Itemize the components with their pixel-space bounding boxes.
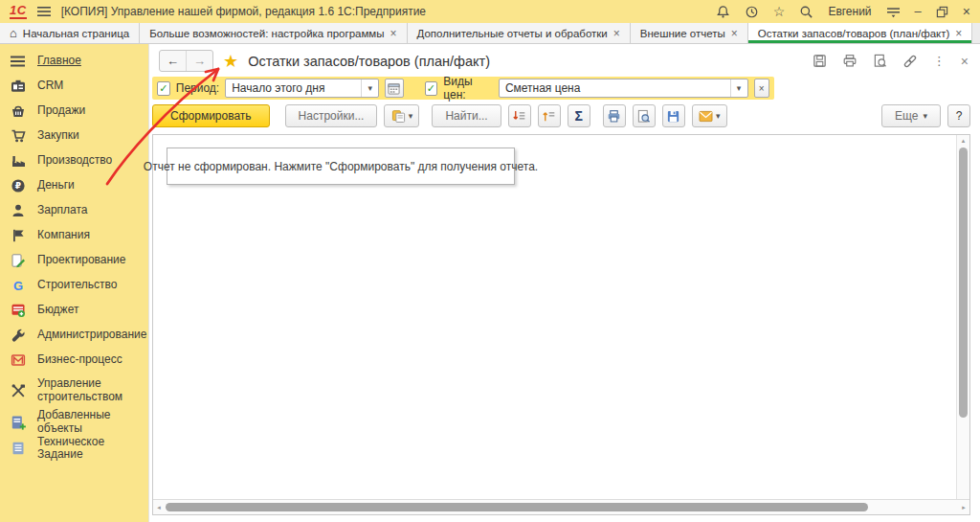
horizontal-scrollbar-thumb[interactable] xyxy=(166,503,868,511)
ruble-coin-icon: ₽ xyxy=(10,178,26,193)
dropdown-icon: ▾ xyxy=(409,111,413,121)
preview-button[interactable] xyxy=(633,104,656,127)
person-icon xyxy=(10,203,26,218)
price-type-dropdown-icon[interactable]: ▾ xyxy=(730,79,747,97)
favorites-star-icon[interactable]: ☆ xyxy=(773,5,786,18)
history-icon[interactable] xyxy=(745,5,759,19)
report-body: Отчет не сформирован. Нажмите "Сформиров… xyxy=(152,134,970,515)
tab-additional-reports[interactable]: Дополнительные отчеты и обработки × xyxy=(408,23,631,43)
price-type-combobox[interactable]: Сметная цена ▾ xyxy=(499,79,748,98)
dropdown-icon: ▾ xyxy=(923,111,927,121)
sidebar-item-label: Строительство xyxy=(37,279,118,292)
close-tab-icon[interactable]: × xyxy=(613,28,620,39)
sidebar-item-crm[interactable]: CRM xyxy=(0,74,148,99)
m-letter-icon xyxy=(10,352,26,368)
pencil-document-icon xyxy=(10,253,26,268)
forward-button[interactable]: → xyxy=(186,51,212,71)
service-menu-icon[interactable] xyxy=(886,6,901,18)
save-icon[interactable] xyxy=(813,54,827,68)
scroll-right-icon[interactable]: ▸ xyxy=(958,500,969,514)
sidebar-item-budget[interactable]: Бюджет xyxy=(0,298,148,323)
find-button[interactable]: Найти... xyxy=(432,104,501,127)
sidebar-item-label: Техническое Задание xyxy=(37,436,145,463)
sidebar-item-construction-management[interactable]: Управление строительством xyxy=(0,373,148,409)
window-titlebar: 1С [КОПИЯ] Управление нашей фирмой, реда… xyxy=(0,0,980,23)
sidebar-item-business-process[interactable]: Бизнес-процесс xyxy=(0,348,148,373)
restore-window-button[interactable] xyxy=(936,6,948,18)
close-tab-icon[interactable]: × xyxy=(731,28,738,39)
sidebar-item-money[interactable]: ₽ Деньги xyxy=(0,173,148,198)
sidebar-item-main[interactable]: Главное xyxy=(0,49,148,74)
tab-stock-balance-report[interactable]: Остатки запасов/товаров (план/факт) × xyxy=(748,23,973,43)
sidebar-item-company[interactable]: Компания xyxy=(0,223,148,248)
preview-icon[interactable] xyxy=(873,54,887,68)
current-user[interactable]: Евгений xyxy=(828,5,871,18)
more-button-label: Еще xyxy=(895,109,918,123)
report-variants-button[interactable]: ▾ xyxy=(384,104,419,127)
flag-icon xyxy=(10,228,26,243)
sidebar-item-salary[interactable]: Зарплата xyxy=(0,198,148,223)
price-type-clear-button[interactable]: × xyxy=(754,79,769,98)
sidebar-item-purchases[interactable]: Закупки xyxy=(0,124,148,148)
period-calendar-button[interactable] xyxy=(385,79,403,98)
close-tab-icon[interactable]: × xyxy=(390,28,397,39)
envelope-icon xyxy=(699,110,713,123)
vertical-scrollbar-thumb[interactable] xyxy=(959,148,968,418)
home-icon: ⌂ xyxy=(10,27,17,39)
period-label: Период: xyxy=(176,81,219,95)
tab-external-reports[interactable]: Внешние отчеты × xyxy=(631,23,748,43)
sidebar-item-production[interactable]: Производство xyxy=(0,148,148,173)
sidebar-item-sales[interactable]: Продажи xyxy=(0,99,148,124)
generate-report-button[interactable]: Сформировать xyxy=(152,104,270,127)
save-file-button[interactable] xyxy=(662,104,685,127)
minimize-button[interactable]: – xyxy=(915,7,922,16)
scroll-left-icon[interactable]: ◂ xyxy=(153,500,165,514)
print-icon[interactable] xyxy=(842,54,858,68)
period-checkbox[interactable]: ✓ xyxy=(157,81,170,96)
send-email-button[interactable]: ▾ xyxy=(692,104,727,127)
copy-icon xyxy=(391,109,406,124)
scroll-up-icon[interactable]: ▴ xyxy=(957,135,969,146)
price-type-value: Сметная цена xyxy=(500,79,730,97)
sidebar-item-construction[interactable]: G Строительство xyxy=(0,273,148,298)
more-actions-icon[interactable]: ⋮ xyxy=(933,54,946,68)
document-plus-icon xyxy=(10,415,26,430)
sidebar-item-label: Закупки xyxy=(37,129,79,143)
report-title: Остатки запасов/товаров (план/факт) xyxy=(248,54,490,69)
print-button[interactable] xyxy=(603,104,626,127)
favorite-star-icon[interactable]: ★ xyxy=(223,53,238,70)
sidebar-item-label: Управление строительством xyxy=(37,377,133,404)
collapse-groups-button[interactable] xyxy=(538,104,561,127)
report-header: ← → ★ Остатки запасов/товаров (план/факт… xyxy=(149,44,980,76)
close-report-icon[interactable]: × xyxy=(961,54,969,69)
period-combobox[interactable]: Начало этого дня ▾ xyxy=(225,79,379,98)
get-link-icon[interactable] xyxy=(902,54,918,69)
tab-more-features[interactable]: Больше возможностей: настройка программы… xyxy=(140,23,407,43)
tab-home[interactable]: ⌂ Начальная страница xyxy=(0,23,140,43)
help-button[interactable]: ? xyxy=(947,104,970,127)
sidebar-item-label: Зарплата xyxy=(37,204,88,217)
close-window-button[interactable]: × xyxy=(963,4,970,19)
sidebar-item-tech-task[interactable]: Техническое Задание xyxy=(0,436,148,463)
search-icon[interactable] xyxy=(799,5,813,19)
wrench-icon xyxy=(10,328,26,343)
sidebar-item-design[interactable]: Проектирование xyxy=(0,248,148,273)
svg-text:₽: ₽ xyxy=(14,181,20,191)
main-menu-icon[interactable] xyxy=(37,6,51,17)
settings-button[interactable]: Настройки... xyxy=(285,104,378,127)
price-type-checkbox[interactable]: ✓ xyxy=(425,81,438,96)
period-dropdown-icon[interactable]: ▾ xyxy=(361,79,378,97)
report-filter-bar: ✓ Период: Начало этого дня ▾ ✓ Виды цен:… xyxy=(152,77,774,100)
expand-groups-button[interactable] xyxy=(508,104,531,127)
vertical-scrollbar[interactable]: ▴ xyxy=(956,135,969,500)
more-button[interactable]: Еще ▾ xyxy=(881,104,941,127)
basket-icon xyxy=(10,103,26,119)
horizontal-scrollbar[interactable]: ◂ ▸ xyxy=(153,499,969,514)
sidebar-item-added-objects[interactable]: Добавленные объекты xyxy=(0,409,148,436)
back-button[interactable]: ← xyxy=(160,51,186,71)
notifications-bell-icon[interactable] xyxy=(716,5,730,19)
sidebar-item-administration[interactable]: Администрирование xyxy=(0,323,148,348)
close-tab-icon[interactable]: × xyxy=(955,28,962,39)
totals-sigma-button[interactable]: Σ xyxy=(568,104,590,127)
g-letter-icon: G xyxy=(10,278,26,293)
